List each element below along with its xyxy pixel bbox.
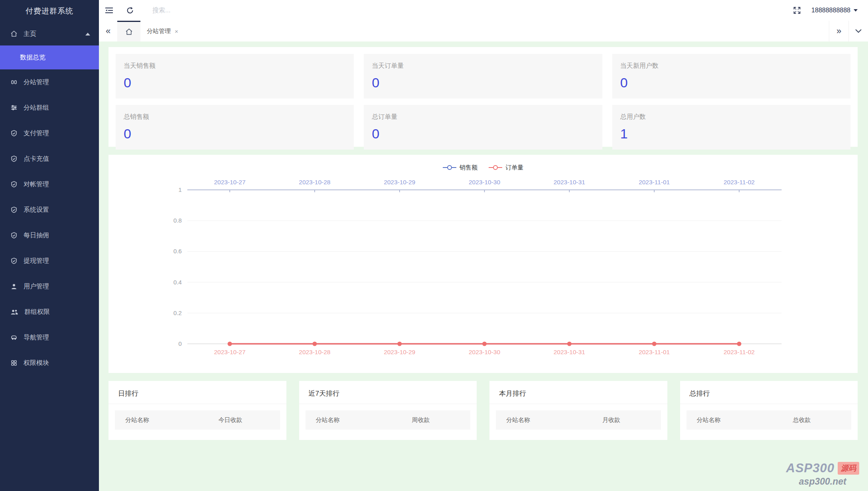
stat-label: 总销售额: [124, 113, 346, 121]
y-axis-tick-label: 0.6: [174, 248, 182, 254]
sidebar-item-label: 主页: [24, 30, 36, 38]
account-phone: 18888888888: [811, 7, 850, 14]
sidebar-item-label: 支付管理: [24, 129, 49, 138]
ranking-title: 总排行: [680, 381, 858, 404]
y-axis-tick-label: 1: [178, 186, 181, 193]
sidebar-item-navigation-mgmt[interactable]: 导航管理: [0, 325, 99, 350]
ranking-col-value: 今日收款: [181, 416, 280, 424]
tab-substation-mgmt[interactable]: 分站管理 ×: [140, 21, 185, 41]
stat-value: 0: [124, 75, 346, 91]
stat-label: 总订单量: [372, 113, 594, 121]
sidebar-item-payment-mgmt[interactable]: 支付管理: [0, 120, 99, 146]
bottom-x-axis-label: 2023-10-27: [214, 349, 245, 355]
home-icon: [125, 28, 133, 35]
sidebar-item-substation-mgmt[interactable]: 分站管理: [0, 69, 99, 95]
collapse-menu-button[interactable]: [99, 0, 120, 21]
ranking-card-daily: 日排行 分站名称 今日收款: [108, 381, 286, 440]
top-x-axis-label: 2023-10-27: [214, 179, 245, 185]
ranking-header: 分站名称 今日收款: [115, 410, 280, 430]
sidebar-item-data-overview[interactable]: 数据总览: [0, 45, 99, 69]
stat-card-total-users: 总用户数 1: [612, 105, 850, 150]
sidebar-item-card-recharge[interactable]: 点卡充值: [0, 146, 99, 172]
stat-value: 0: [620, 75, 842, 91]
ranking-col-name: 分站名称: [115, 416, 181, 424]
ranking-card-total: 总排行 分站名称 总收款: [680, 381, 858, 440]
tabs-menu-button[interactable]: [848, 21, 868, 41]
fullscreen-button[interactable]: [787, 0, 807, 21]
sidebar-item-home[interactable]: 主页: [0, 22, 99, 45]
ranking-row: 日排行 分站名称 今日收款 近7天排行 分站名称 周收款 本月排行 分站名称 月…: [108, 381, 858, 440]
chevron-down-icon: [855, 29, 862, 33]
sliders-icon: [10, 104, 18, 111]
watermark-badge: 源码: [838, 462, 859, 475]
stat-card-total-orders: 总订单量 0: [364, 105, 602, 150]
sidebar-item-label: 分站群组: [24, 104, 49, 112]
sidebar-item-label: 提现管理: [24, 257, 49, 265]
navigation-icon: [10, 334, 18, 341]
ranking-card-7days: 近7天排行 分站名称 周收款: [299, 381, 477, 440]
legend-label: 销售额: [460, 164, 477, 172]
refresh-button[interactable]: [120, 0, 140, 21]
sales-orders-line-chart: 10.80.60.40.202023-10-272023-10-282023-1…: [115, 175, 851, 373]
outdent-icon: [105, 7, 114, 14]
sidebar-item-permission-modules[interactable]: 权限模块: [0, 350, 99, 376]
ranking-title: 本月排行: [489, 381, 667, 404]
legend-item-sales[interactable]: 销售额: [443, 164, 477, 172]
sidebar-item-daily-commission[interactable]: 每日抽佣: [0, 223, 99, 248]
ranking-col-value: 周收款: [371, 416, 470, 424]
data-point: [652, 342, 657, 346]
tabbar-spacer: [185, 21, 829, 41]
tab-label: 分站管理: [147, 28, 171, 35]
stat-value: 0: [124, 126, 346, 142]
top-x-axis-label: 2023-10-28: [299, 179, 330, 185]
tabs-scroll-left-button[interactable]: «: [99, 21, 117, 41]
top-x-axis-label: 2023-10-30: [469, 179, 500, 185]
shield-check-icon: [10, 130, 18, 137]
sidebar-item-system-settings[interactable]: 系统设置: [0, 197, 99, 223]
tabbar: « 分站管理 × »: [99, 21, 868, 42]
ranking-col-name: 分站名称: [496, 416, 562, 424]
sidebar-item-withdrawal-mgmt[interactable]: 提现管理: [0, 248, 99, 274]
users-icon: [10, 308, 18, 316]
stat-label: 当天订单量: [372, 62, 594, 70]
y-axis-tick-label: 0.2: [174, 310, 182, 316]
top-x-axis-label: 2023-10-29: [384, 179, 415, 185]
data-point: [312, 342, 317, 346]
sidebar-item-substation-groups[interactable]: 分站群组: [0, 95, 99, 120]
close-icon[interactable]: ×: [175, 28, 178, 35]
search-input[interactable]: [152, 6, 273, 14]
account-dropdown[interactable]: 18888888888: [811, 7, 858, 14]
chart-legend: 销售额 订单量: [115, 160, 851, 175]
sidebar-item-label: 分站管理: [24, 78, 49, 87]
columns-icon: [10, 79, 18, 86]
caret-down-icon: [854, 9, 858, 12]
sidebar: 付费进群系统 主页 数据总览 分站管理 分站群组: [0, 0, 99, 491]
data-point: [228, 342, 232, 346]
stat-label: 总用户数: [620, 113, 842, 121]
fullscreen-icon: [793, 6, 801, 14]
ranking-title: 近7天排行: [299, 381, 477, 404]
sidebar-item-group-permissions[interactable]: 群组权限: [0, 299, 99, 325]
stat-card-today-orders: 当天订单量 0: [364, 54, 602, 99]
tabs-scroll-right-button[interactable]: »: [829, 21, 848, 41]
ranking-header: 分站名称 周收款: [306, 410, 471, 430]
sidebar-item-label: 系统设置: [24, 206, 49, 214]
legend-line-marker: [489, 165, 502, 170]
sidebar-item-label: 点卡充值: [24, 155, 49, 163]
user-icon: [10, 283, 18, 290]
caret-up-icon: [85, 33, 90, 35]
modules-icon: [10, 359, 18, 367]
sidebar-item-user-mgmt[interactable]: 用户管理: [0, 274, 99, 299]
bottom-x-axis-label: 2023-10-28: [299, 349, 330, 355]
data-point: [397, 342, 402, 346]
sidebar-item-reconciliation[interactable]: 对帐管理: [0, 172, 99, 197]
refresh-icon: [126, 6, 134, 14]
stat-card-total-sales: 总销售额 0: [116, 105, 354, 150]
legend-item-orders[interactable]: 订单量: [489, 164, 523, 172]
tab-home[interactable]: [117, 21, 140, 41]
ranking-header: 分站名称 月收款: [496, 410, 661, 430]
shield-check-icon: [10, 232, 18, 239]
ranking-col-value: 总收款: [752, 416, 851, 424]
watermark: ASP300 源码 asp300.net: [786, 461, 859, 487]
stat-card-today-new-users: 当天新用户数 0: [612, 54, 850, 99]
